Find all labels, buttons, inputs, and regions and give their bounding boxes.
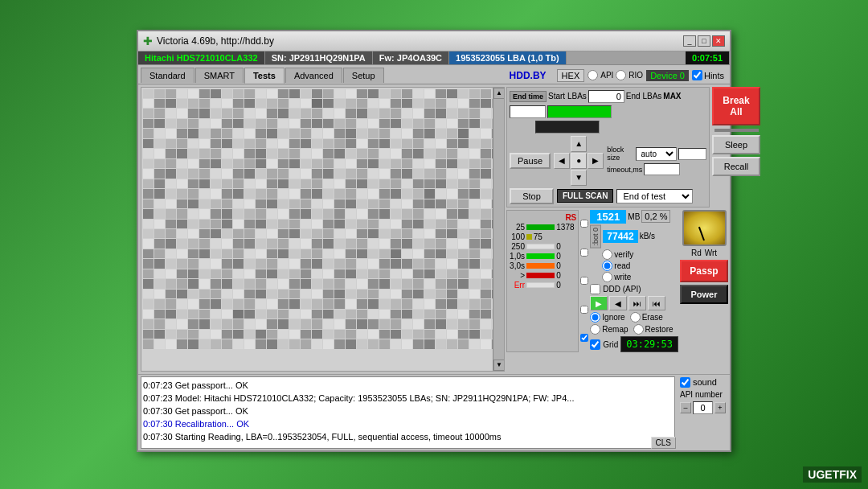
tab-setup[interactable]: Setup <box>343 68 384 83</box>
scan-cell <box>436 220 446 228</box>
write-radio[interactable] <box>602 272 612 282</box>
api-minus-button[interactable]: – <box>680 402 691 413</box>
remap-radio[interactable] <box>590 324 600 335</box>
tab-tests[interactable]: Tests <box>244 68 285 84</box>
recall-button[interactable]: Recall <box>712 157 760 176</box>
hints-checkbox[interactable] <box>692 70 702 80</box>
rio-radio[interactable] <box>616 70 626 80</box>
scan-cell <box>413 279 424 288</box>
scan-cell <box>391 169 401 178</box>
right-buttons-col: Break All Sleep Recall <box>712 87 760 208</box>
scan-cell <box>289 339 300 348</box>
scan-cell <box>379 339 390 348</box>
scan-cell <box>233 209 244 218</box>
passp-button[interactable]: Passp <box>680 260 728 282</box>
app-icon: ✚ <box>143 35 153 47</box>
scan-cell <box>357 119 367 128</box>
end-time-bracket: End time <box>510 91 547 102</box>
scan-cell <box>379 290 390 298</box>
scan-cell <box>256 319 266 328</box>
nav-up-button[interactable]: ▲ <box>571 136 587 152</box>
firmware: Fw: JP4OA39C <box>373 51 449 64</box>
scan-cell <box>154 139 165 148</box>
read-radio[interactable] <box>602 261 612 271</box>
restore-radio[interactable] <box>633 324 644 335</box>
scan-cell <box>211 330 221 339</box>
scan-cell <box>301 290 311 298</box>
cb5[interactable] <box>580 334 588 342</box>
log-text-3: Get passport... OK <box>175 406 248 416</box>
scan-cell <box>481 249 491 258</box>
full-scan-button[interactable]: FULL SCAN <box>557 189 613 203</box>
cb3[interactable] <box>580 277 588 285</box>
nav-center-button[interactable]: ● <box>571 153 587 169</box>
serial-number: SN: JP2911HQ29N1PA <box>265 51 373 64</box>
grid-checkbox[interactable] <box>590 339 600 350</box>
scan-cell <box>413 310 424 318</box>
scan-cell <box>413 259 424 268</box>
scan-cell <box>413 159 424 168</box>
pause-button[interactable]: Pause <box>510 153 551 169</box>
scan-cell <box>278 249 289 258</box>
erase-radio[interactable] <box>630 312 641 323</box>
scan-cell <box>222 169 232 178</box>
nav-right-button[interactable]: ▶ <box>588 153 604 169</box>
scan-cell <box>177 99 187 108</box>
cb4[interactable] <box>580 306 588 314</box>
current-lba-input[interactable]: 2971648 <box>535 121 600 134</box>
cb2[interactable] <box>580 249 588 257</box>
to-start-button[interactable]: ⏮ <box>648 296 665 310</box>
hex-button[interactable]: HEX <box>557 69 585 82</box>
back-button[interactable]: ◀ <box>609 296 627 310</box>
ignore-radio[interactable] <box>590 312 600 323</box>
power-button[interactable]: Power <box>680 285 728 304</box>
end-of-test-select[interactable]: End of test <box>616 189 693 203</box>
end-lba-value-input[interactable]: 1953523054 <box>547 105 612 118</box>
scan-cell <box>289 149 300 158</box>
scan-cell <box>256 310 266 318</box>
cls-button[interactable]: CLS <box>651 437 676 449</box>
to-end-button[interactable]: ⏭ <box>628 296 646 310</box>
maximize-button[interactable]: □ <box>698 35 710 47</box>
scan-cell <box>402 310 412 318</box>
tab-smart[interactable]: SMART <box>195 68 244 83</box>
scan-cell <box>469 169 480 178</box>
start-lba-input[interactable] <box>588 90 624 103</box>
verify-radio[interactable] <box>602 249 612 260</box>
api-plus-button[interactable]: + <box>714 402 726 413</box>
scan-cell <box>199 189 210 198</box>
block-size-input[interactable]: 2048 <box>678 148 706 160</box>
play-button[interactable]: ▶ <box>590 296 608 310</box>
scroll-down-arrow[interactable]: ▼ <box>493 360 505 371</box>
scan-cell <box>233 310 244 318</box>
window-title: Victoria 4.69b, http://hdd.by <box>157 35 274 47</box>
cb1[interactable] <box>580 220 588 228</box>
timeout-input[interactable]: 10000 <box>644 163 680 175</box>
sound-checkbox[interactable] <box>680 377 690 388</box>
scan-cell <box>301 220 311 228</box>
tab-standard[interactable]: Standard <box>141 68 194 83</box>
scan-cell <box>379 109 390 117</box>
scroll-up-arrow[interactable]: ▲ <box>493 88 505 99</box>
nav-down-button[interactable]: ▼ <box>571 170 587 186</box>
stop-button[interactable]: Stop <box>510 188 554 204</box>
scan-cell <box>233 220 244 228</box>
ddd-checkbox[interactable] <box>590 284 600 294</box>
sleep-button[interactable]: Sleep <box>712 135 760 154</box>
tab-advanced[interactable]: Advanced <box>285 68 342 83</box>
block-size-auto-select[interactable]: auto <box>636 147 677 161</box>
nav-left-button[interactable]: ◀ <box>554 153 570 169</box>
scan-cell <box>166 139 176 148</box>
scan-cell <box>402 89 412 98</box>
scan-cell <box>368 259 379 268</box>
scan-cell <box>346 99 356 108</box>
end-time-input[interactable]: 1:01 <box>510 105 546 118</box>
api-radio[interactable] <box>588 70 598 80</box>
break-all-button[interactable]: Break All <box>712 87 760 125</box>
close-button[interactable]: ✕ <box>712 35 725 47</box>
scan-cell <box>222 239 232 248</box>
minimize-button[interactable]: _ <box>683 35 696 47</box>
scan-cell <box>188 220 199 228</box>
scan-cell <box>188 229 199 238</box>
time-lba-controls: End time Start LBAs End LBAs MAX 1:01 19… <box>506 87 710 208</box>
